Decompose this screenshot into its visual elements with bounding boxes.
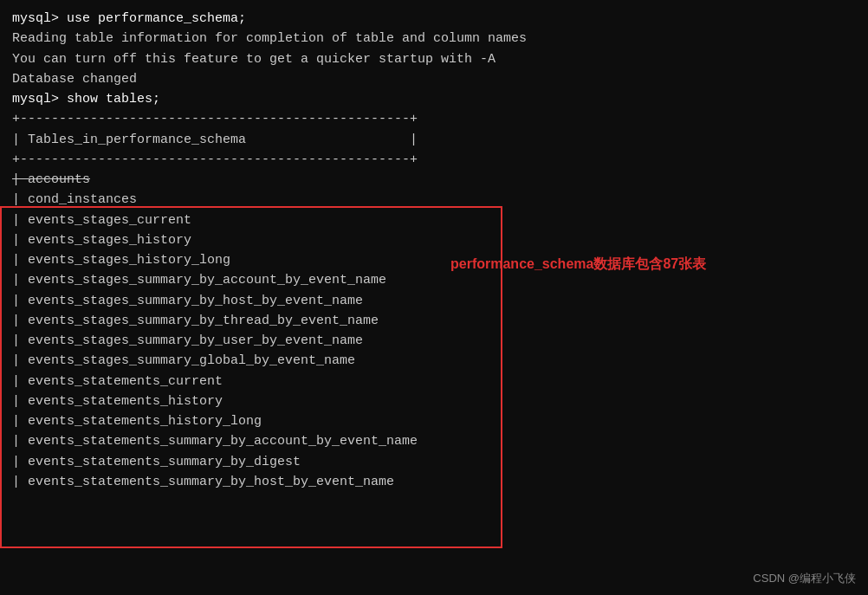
terminal-line: | events_stages_summary_global_by_event_…: [12, 351, 856, 371]
terminal-line: +---------------------------------------…: [12, 109, 856, 129]
watermark: CSDN @编程小飞侠: [753, 571, 856, 586]
terminal-line: +---------------------------------------…: [12, 150, 856, 170]
terminal-line: | events_statements_summary_by_host_by_e…: [12, 472, 856, 492]
terminal-line: | events_stages_summary_by_thread_by_eve…: [12, 311, 856, 331]
terminal-line: | events_statements_summary_by_digest: [12, 452, 856, 472]
terminal-line: | events_stages_current: [12, 210, 856, 230]
terminal-line: | events_stages_history_long: [12, 250, 856, 270]
terminal-line: mysql> show tables;: [12, 89, 856, 109]
terminal-line: | events_statements_current: [12, 372, 856, 391]
annotation-label: performance_schema数据库包含87张表: [450, 255, 706, 274]
terminal-line: | events_stages_summary_by_host_by_event…: [12, 291, 856, 311]
terminal-line: | events_statements_history: [12, 391, 856, 411]
terminal-line: mysql> use performance_schema;: [12, 9, 856, 29]
terminal-line: | events_stages_summary_by_account_by_ev…: [12, 270, 856, 290]
terminal-line: | events_statements_history_long: [12, 411, 856, 431]
terminal: mysql> use performance_schema;Reading ta…: [0, 0, 868, 595]
terminal-line: | Tables_in_performance_schema |: [12, 130, 856, 150]
terminal-line: | events_stages_history: [12, 230, 856, 250]
terminal-line: You can turn off this feature to get a q…: [12, 49, 856, 69]
terminal-line: Database changed: [12, 69, 856, 89]
terminal-line: | events_stages_summary_by_user_by_event…: [12, 331, 856, 351]
terminal-line: Reading table information for completion…: [12, 29, 856, 49]
terminal-line: | accounts: [12, 170, 856, 190]
terminal-line: | cond_instances: [12, 190, 856, 210]
terminal-line: | events_statements_summary_by_account_b…: [12, 431, 856, 451]
